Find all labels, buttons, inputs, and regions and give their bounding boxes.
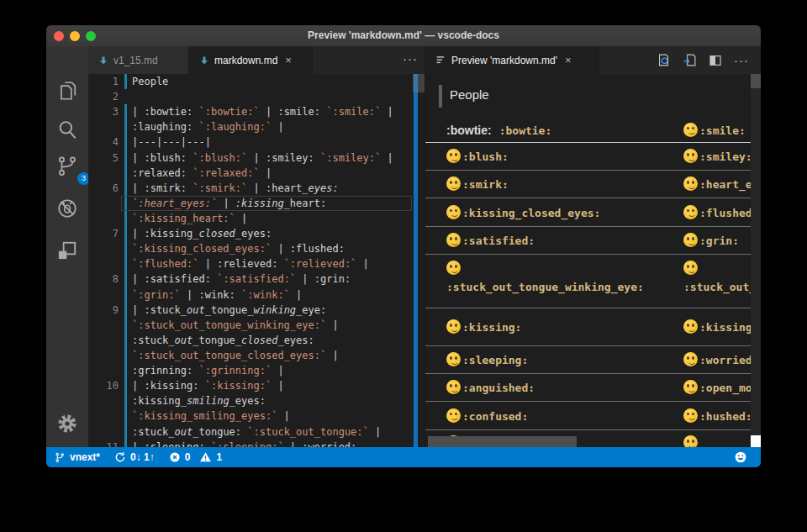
more-actions-icon[interactable]: ···: [403, 51, 418, 66]
emoji-table: :bowtie::bowtie::smile::blush::smiley::s…: [425, 118, 761, 447]
editor-line[interactable]: :laughing: `:laughing:` |: [88, 119, 425, 134]
emoji-grin-icon: [683, 233, 698, 247]
editor-line[interactable]: 4|---|---|---|: [88, 134, 425, 150]
tab-markdown-md[interactable]: markdown.md ×: [189, 46, 313, 74]
line-number[interactable]: 6: [88, 181, 119, 196]
editor-line[interactable]: :stuck_out_tongue_closed_eyes:: [88, 333, 425, 348]
line-number[interactable]: 7: [88, 226, 119, 241]
emoji-table-cell: :hushed:: [683, 408, 752, 424]
editor-line-text: `:stuck_out_tongue_winking_eye:` |: [132, 318, 339, 333]
emoji-table-cell: :stuck_out_tongue_closed_eyes:: [683, 255, 761, 293]
branch-name: vnext*: [70, 451, 100, 463]
editor-line[interactable]: `:kissing_smiling_eyes:` |: [88, 408, 425, 424]
emoji-code: :stuck_out_tongue_closed_eyes:: [683, 281, 761, 293]
editor-line-text: :stuck_out_tongue: `:stuck_out_tongue:` …: [132, 424, 381, 440]
emoji-table-cell: :blush:: [446, 149, 683, 164]
emoji-table-row: :satisfied::grin:: [425, 227, 761, 255]
find-in-preview-icon[interactable]: [657, 53, 671, 67]
git-modified-gutter: [124, 196, 127, 211]
preview-vertical-scrollbar-track[interactable]: [751, 74, 761, 447]
line-number[interactable]: 3: [88, 104, 119, 119]
git-modified-gutter: [124, 408, 127, 424]
close-tab-icon[interactable]: ×: [285, 55, 292, 66]
editor-line[interactable]: `:stuck_out_tongue_winking_eye:` |: [88, 318, 425, 333]
line-number[interactable]: 4: [88, 134, 119, 150]
editor-line[interactable]: 8| :satisfied: `:satisfied:` | :grin:: [88, 271, 425, 287]
git-modified-gutter: [124, 363, 127, 378]
preview-horizontal-scrollbar-thumb[interactable]: [428, 436, 577, 447]
editor-line[interactable]: 11| :sleeping: `:sleeping:` | :worried:: [88, 440, 425, 447]
close-window-button[interactable]: [54, 31, 64, 41]
line-number[interactable]: 1: [88, 74, 119, 89]
emoji-table-cell: :worried:: [683, 352, 758, 367]
editor-line[interactable]: 3| :bowtie: `:bowtie:` | :smile: `:smile…: [88, 104, 425, 119]
editor-line[interactable]: 5| :blush: `:blush:` | :smiley: `:smiley…: [88, 150, 425, 166]
vscode-window: Preview 'markdown.md' — vscode-docs: [46, 25, 761, 467]
git-modified-gutter: [124, 287, 127, 303]
editor-line[interactable]: `:flushed:` | :relieved: `:relieved:` |: [88, 256, 425, 271]
editor-line[interactable]: 2: [88, 89, 425, 104]
editor-line[interactable]: :kissing_smiling_eyes:: [88, 393, 425, 408]
editor-line[interactable]: `:kissing_heart:` |: [88, 211, 425, 226]
emoji-code: :confused:: [462, 410, 528, 423]
editor-line[interactable]: 1People: [88, 74, 425, 89]
editor-line[interactable]: 10| :kissing: `:kissing:` |: [88, 378, 425, 393]
more-actions-icon[interactable]: ···: [734, 53, 749, 67]
line-number[interactable]: 11: [88, 440, 119, 447]
split-editor-icon[interactable]: [709, 54, 722, 67]
emoji-code: :hushed:: [699, 410, 752, 423]
feedback-smiley-icon[interactable]: [734, 450, 747, 464]
emoji-smiley-icon: [683, 149, 698, 163]
emoji-next-row-icon: [683, 435, 698, 447]
tab-label: Preview 'markdown.md': [451, 55, 557, 66]
emoji-confused-icon: [446, 408, 461, 423]
editor-line[interactable]: `:kissing_closed_eyes:` | :flushed:: [88, 241, 425, 256]
source-control-icon[interactable]: 3: [56, 155, 78, 177]
tab-v1-15-md[interactable]: v1_15.md: [88, 46, 189, 74]
editor-line[interactable]: :relaxed: `:relaxed:` |: [88, 166, 425, 181]
minimize-window-button[interactable]: [70, 31, 80, 41]
editor-line[interactable]: :stuck_out_tongue: `:stuck_out_tongue:` …: [88, 424, 425, 440]
line-number[interactable]: 9: [88, 303, 119, 318]
emoji-code: :anguished:: [462, 382, 535, 394]
title-bar[interactable]: Preview 'markdown.md' — vscode-docs: [46, 25, 761, 46]
editor-line[interactable]: 9| :stuck_out_tongue_winking_eye:: [88, 303, 425, 318]
line-number[interactable]: 10: [88, 378, 119, 393]
git-modified-gutter: [124, 134, 127, 150]
editor-line[interactable]: `:stuck_out_tongue_closed_eyes:` |: [88, 348, 425, 363]
emoji-table-cell: [683, 435, 699, 447]
zoom-window-button[interactable]: [86, 31, 96, 41]
activity-bar: 3: [46, 46, 88, 447]
editor-line[interactable]: `:heart_eyes:` | :kissing_heart:: [88, 196, 425, 211]
emoji-code: :grin:: [699, 234, 739, 247]
git-modified-gutter: [124, 440, 127, 447]
editor-line[interactable]: :grinning: `:grinning:` |: [88, 363, 425, 378]
editor-line-text: | :sleeping: `:sleeping:` | :worried:: [132, 440, 356, 447]
debug-icon[interactable]: [56, 198, 78, 219]
extensions-icon[interactable]: [56, 240, 78, 261]
editor-vertical-scrollbar[interactable]: [413, 74, 425, 92]
editor-line[interactable]: 7| :kissing_closed_eyes:: [88, 226, 425, 241]
line-number[interactable]: 8: [88, 271, 119, 287]
close-tab-icon[interactable]: ×: [565, 55, 572, 66]
sync-status[interactable]: 0↓ 1↑: [114, 451, 155, 463]
git-branch-status[interactable]: vnext*: [55, 451, 100, 464]
editor-pane[interactable]: 1People23| :bowtie: `:bowtie:` | :smile:…: [88, 74, 425, 447]
line-number[interactable]: 5: [88, 150, 119, 166]
line-number[interactable]: 2: [88, 89, 119, 104]
open-source-file-icon[interactable]: [683, 53, 697, 67]
editor-line[interactable]: `:grin:` | :wink: `:wink:` |: [88, 287, 425, 303]
problems-status[interactable]: 0 1: [169, 451, 222, 463]
tab-preview-markdown-md[interactable]: Preview 'markdown.md' ×: [425, 46, 599, 74]
preview-vertical-scrollbar-thumb[interactable]: [751, 74, 761, 88]
explorer-icon[interactable]: [56, 80, 78, 102]
search-icon[interactable]: [56, 119, 78, 140]
active-line-marker: [439, 85, 442, 108]
settings-gear-icon[interactable]: [56, 413, 78, 435]
emoji-sleeping-icon: [446, 352, 461, 366]
emoji-table-cell: :heart_eyes:: [683, 176, 761, 192]
emoji-stuck_out_tongue_winking_eye-icon: [446, 261, 461, 275]
editor-line[interactable]: 6| :smirk: `:smirk:` | :heart_eyes:: [88, 181, 425, 196]
markdown-preview-pane[interactable]: People :bowtie::bowtie::smile::blush::sm…: [425, 74, 761, 447]
emoji-code: :bowtie:: [499, 124, 552, 137]
